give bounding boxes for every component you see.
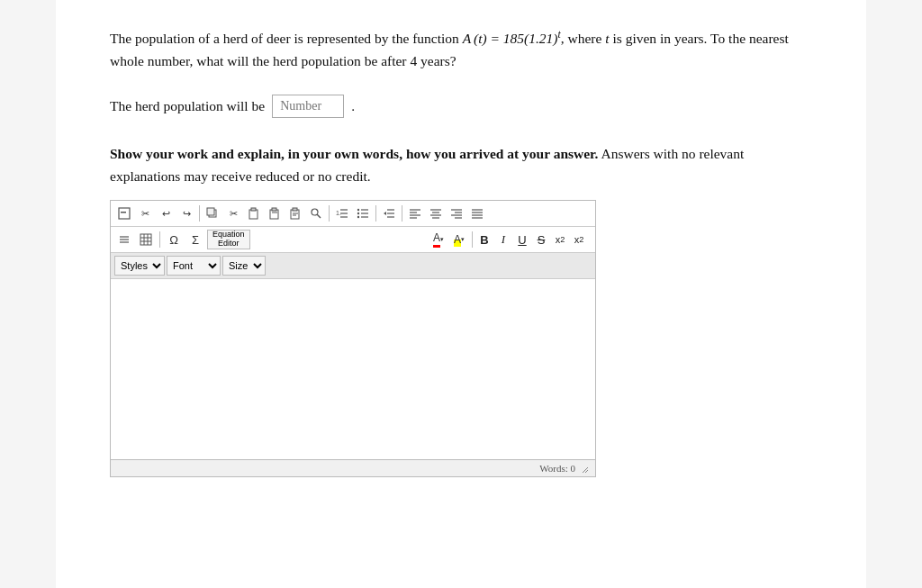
svg-rect-5 — [251, 208, 256, 211]
font-dropdown[interactable]: Font — [167, 256, 221, 276]
tb-paste3-btn[interactable] — [285, 204, 305, 223]
rte-dropdowns-row: Styles Font Size — [111, 253, 595, 279]
rte-footer: Words: 0 — [111, 459, 595, 476]
svg-rect-3 — [207, 208, 214, 215]
sep2 — [329, 205, 330, 222]
tb-italic-btn[interactable]: I — [494, 230, 512, 249]
tb-sigma-btn[interactable]: Σ — [185, 230, 205, 249]
svg-marker-28 — [384, 212, 386, 215]
resize-handle[interactable] — [579, 464, 588, 473]
tb-underline-btn[interactable]: U — [513, 230, 531, 249]
page-container: The population of a herd of deer is repr… — [56, 0, 866, 588]
rte-toolbar-row1: ✂ ↩ ↪ ✂ 1. — [111, 201, 595, 227]
rte-container: ✂ ↩ ↪ ✂ 1. — [110, 200, 596, 477]
tb-cut2-btn[interactable]: ✂ — [223, 204, 243, 223]
tb-align-left-btn[interactable] — [405, 204, 425, 223]
question-text-part1: The population of a herd of deer is repr… — [110, 31, 463, 46]
tb-align-justify-btn[interactable] — [467, 204, 487, 223]
sep6 — [472, 231, 473, 248]
tb-omega-btn[interactable]: Ω — [164, 230, 184, 249]
rte-content-area[interactable] — [111, 279, 595, 459]
size-dropdown[interactable]: Size — [222, 256, 266, 276]
svg-point-13 — [312, 209, 318, 215]
tb-superscript-btn[interactable]: x2 — [570, 230, 588, 249]
tb-cut-btn[interactable]: ✂ — [135, 204, 155, 223]
svg-point-21 — [357, 216, 359, 218]
show-work-text: Show your work and explain, in your own … — [110, 143, 812, 188]
svg-line-54 — [585, 470, 588, 473]
tb-align-right-btn[interactable] — [447, 204, 466, 223]
font-color-arrow: ▾ — [440, 236, 444, 243]
equation-editor-label: EquationEditor — [212, 231, 245, 249]
svg-point-20 — [357, 213, 359, 214]
svg-rect-0 — [119, 208, 130, 219]
tb-undo-btn[interactable]: ↩ — [156, 204, 176, 223]
tb-table-btn[interactable] — [136, 230, 156, 249]
svg-rect-1 — [121, 212, 126, 213]
tb-redo-btn[interactable]: ↪ — [176, 204, 196, 223]
highlight-arrow: ▾ — [461, 236, 465, 243]
tb-list2-btn[interactable] — [114, 230, 134, 249]
sep1 — [199, 205, 200, 222]
tb-copy-btn[interactable] — [203, 204, 222, 223]
svg-line-53 — [583, 467, 588, 473]
tb-ul-btn[interactable] — [353, 204, 373, 223]
tb-highlight-btn[interactable]: A ▾ — [449, 230, 469, 249]
svg-rect-10 — [293, 208, 297, 211]
words-count: Words: 0 — [539, 463, 575, 474]
tb-paste-btn[interactable] — [244, 204, 264, 223]
tb-ol-btn[interactable]: 1. — [332, 204, 352, 223]
tb-indent-less-btn[interactable] — [379, 204, 399, 223]
rte-row2-left: Ω Σ EquationEditor — [114, 230, 250, 249]
svg-point-19 — [357, 209, 359, 211]
tb-bold-btn[interactable]: B — [475, 230, 493, 249]
tb-collapse-btn[interactable] — [114, 204, 134, 223]
formula: A (t) = 185(1.21)t — [463, 31, 561, 46]
styles-dropdown[interactable]: Styles — [114, 256, 165, 276]
tb-subscript-btn[interactable]: x2 — [551, 230, 569, 249]
svg-line-14 — [317, 214, 321, 218]
answer-row: The herd population will be . — [110, 95, 812, 118]
show-work-section: Show your work and explain, in your own … — [110, 143, 812, 188]
tb-strikethrough-btn[interactable]: S — [532, 230, 550, 249]
sep3 — [375, 205, 376, 222]
tb-font-color-btn[interactable]: A ▾ — [429, 230, 448, 249]
tb-paste2-btn[interactable] — [265, 204, 285, 223]
tb-align-center-btn[interactable] — [426, 204, 446, 223]
answer-label: The herd population will be — [110, 98, 265, 114]
sep5 — [159, 231, 160, 248]
highlight-a: A — [454, 233, 461, 247]
show-work-bold: Show your work and explain, in your own … — [110, 146, 598, 161]
answer-suffix: . — [351, 98, 355, 114]
sep4 — [402, 205, 402, 222]
svg-rect-48 — [140, 234, 151, 245]
svg-rect-7 — [272, 208, 276, 211]
font-color-a: A — [433, 231, 440, 248]
rte-toolbar-row2: Ω Σ EquationEditor A ▾ A ▾ B I — [111, 227, 595, 253]
number-input[interactable] — [272, 95, 344, 118]
tb-search-btn[interactable] — [306, 204, 326, 223]
equation-editor-btn[interactable]: EquationEditor — [207, 230, 250, 249]
rte-row2-right: A ▾ A ▾ B I U S x2 x2 — [429, 230, 588, 249]
question-text: The population of a herd of deer is repr… — [110, 27, 812, 73]
